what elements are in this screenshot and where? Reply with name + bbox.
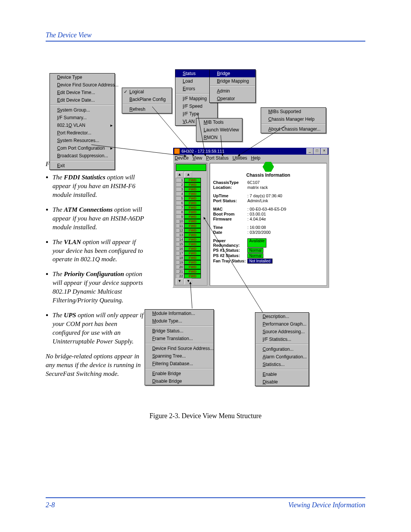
port-row[interactable]: 5FWD (176, 196, 206, 201)
menu-item[interactable]: Disable Bridge (145, 377, 213, 385)
menu-item[interactable]: Configuration... (255, 345, 309, 353)
port-row[interactable]: 7FWD (176, 205, 206, 210)
header-title: The Device View (46, 31, 365, 41)
menubar-item[interactable]: View (193, 155, 202, 161)
chassis-hex-icon (263, 162, 274, 172)
menu-item[interactable]: Description... (255, 313, 309, 320)
menu-item[interactable]: Enable (255, 371, 309, 378)
menu-item[interactable]: Performance Graph... (255, 320, 309, 328)
menu-item[interactable]: I/F Statistics... (255, 335, 309, 343)
menu-item[interactable]: Frame Translation... (145, 335, 213, 342)
menu-item[interactable]: Edit Device Date... (50, 96, 115, 104)
menu-item[interactable]: Bridge Mapping (210, 77, 255, 85)
port-context-menu[interactable]: Description...Performance Graph...Source… (255, 312, 309, 386)
port-row[interactable]: 9FWD (176, 214, 206, 219)
utilities-menu[interactable]: MIB ToolsLaunch WebViewRMON (196, 118, 242, 142)
port-row[interactable]: 21FWD (176, 269, 206, 274)
port-row[interactable]: 10FWD (176, 219, 206, 224)
port-row[interactable]: 4FWD (176, 192, 206, 196)
device-menu[interactable]: Device TypeDevice Find Source Address...… (49, 73, 115, 170)
help-menu[interactable]: MIBs SupportedChassis Manager HelpAbout … (261, 107, 326, 133)
port-row[interactable]: 16FWD (176, 246, 206, 251)
port-row[interactable]: 18FWD (176, 256, 206, 260)
menubar-item[interactable]: Device (175, 155, 189, 161)
menu-item[interactable]: Exit (50, 162, 115, 169)
menu-item[interactable]: Chassis Manager Help (261, 115, 326, 123)
chassis-info-panel: Chassis Information ChassisType6C107Loca… (210, 163, 327, 286)
menu-item[interactable]: Module Type... (145, 317, 213, 325)
menu-item[interactable]: Com Port Configuration▸ (50, 144, 115, 152)
port-row[interactable]: 14FWD (176, 237, 206, 242)
menu-item[interactable]: Spanning Tree... (145, 352, 213, 360)
menu-item[interactable]: MIBs Supported (261, 108, 326, 115)
scroll-up-big-icon[interactable]: ▲ (185, 172, 192, 178)
port-row[interactable]: 6FWD (176, 201, 206, 205)
menu-item[interactable]: I/F Speed (175, 102, 217, 110)
port-row[interactable]: 22FWD (176, 274, 206, 278)
chassis-manager-window: 6H302 - 172.19.59.111 _ □ × DeviceViewPo… (172, 147, 329, 288)
port-column[interactable]: ▲ ▲ 1FWD2FWD3FWD4FWD5FWD6FWD7FWD8FWD9FWD… (175, 163, 207, 286)
menu-item[interactable]: Module Information... (145, 310, 213, 317)
menu-item[interactable]: Statistics... (255, 361, 309, 368)
port-row[interactable]: 17FWD (176, 251, 206, 256)
menu-item[interactable]: System Group... (50, 106, 115, 114)
port-row[interactable]: 1FWD (176, 178, 206, 182)
figure-caption: Figure 2-3. Device View Menu Structure (0, 412, 411, 420)
port-row[interactable]: 11FWD (176, 224, 206, 228)
menu-item[interactable]: Launch WebView (196, 126, 242, 134)
menu-item[interactable]: Alarm Configuration... (255, 353, 309, 361)
device-menu-notes: For the Device menu: The FDDI Statistics… (46, 160, 145, 379)
notes-list: The FDDI Statistics option will appear i… (46, 173, 145, 346)
menu-item[interactable]: Disable (255, 378, 309, 386)
port-row[interactable]: 2FWD (176, 182, 206, 187)
port-row[interactable]: 20FWD (176, 265, 206, 269)
menu-item[interactable]: I/F Type (175, 110, 217, 118)
menubar-item[interactable]: Help (251, 155, 261, 161)
menu-item[interactable]: Source Addressing... (255, 328, 309, 335)
menu-item[interactable]: MIB Tools (196, 118, 242, 126)
page-header: The Device View (46, 31, 365, 42)
menubar[interactable]: DeviceViewPort StatusUtilitiesHelp (173, 155, 328, 161)
menu-item[interactable]: Port Redirector... (50, 129, 115, 137)
module-strip[interactable] (176, 164, 206, 171)
menu-item[interactable]: About Chassis Manager... (261, 125, 326, 133)
menu-item[interactable]: Logical✓ (122, 88, 172, 96)
close-button[interactable]: × (321, 148, 328, 154)
menu-item[interactable]: RMON (196, 134, 242, 141)
menu-item[interactable]: Admin (210, 87, 255, 95)
scroll-down-big-icon[interactable]: ▼ (185, 278, 192, 284)
menu-item[interactable]: Refresh (122, 105, 172, 113)
menu-item[interactable]: Device Find Source Address... (50, 81, 115, 89)
module-context-menu[interactable]: Module Information...Module Type...Bridg… (145, 309, 214, 385)
port-row[interactable]: 13FWD (176, 233, 206, 237)
menubar-item[interactable]: Utilities (233, 155, 247, 161)
minimize-button[interactable]: _ (306, 148, 313, 154)
port-row[interactable]: 19FWD (176, 260, 206, 265)
ps1-badge: Normal (247, 248, 263, 253)
menu-item[interactable]: Bridge Status... (145, 327, 213, 335)
scroll-down-icon[interactable]: ▼ (176, 278, 183, 284)
view-menu[interactable]: Logical✓BackPlane ConfigRefresh (122, 88, 172, 113)
menu-item[interactable]: Edit Device Time... (50, 89, 115, 96)
menu-item[interactable]: BackPlane Config (122, 96, 172, 103)
port-row[interactable]: 3FWD (176, 187, 206, 192)
menu-item[interactable]: Device Type (50, 73, 115, 81)
menu-item[interactable]: Operator (210, 95, 255, 102)
window-title: 6H302 - 172.19.59.111 (182, 149, 225, 153)
menu-item[interactable]: Enable Bridge (145, 370, 213, 377)
maximize-button[interactable]: □ (314, 148, 320, 154)
menu-item[interactable]: I/F Summary... (50, 114, 115, 121)
menubar-item[interactable]: Port Status (206, 155, 229, 161)
port-row[interactable]: 8FWD (176, 210, 206, 214)
menu-item[interactable]: Filtering Database... (145, 360, 213, 367)
menu-item[interactable]: Device Find Source Address... (145, 345, 213, 352)
menu-item[interactable]: Bridge (210, 70, 255, 77)
menu-item[interactable]: System Resources... (50, 137, 115, 144)
menu-item[interactable]: Broadcast Suppression... (50, 152, 115, 160)
port-row[interactable]: 15FWD (176, 242, 206, 246)
port-row[interactable]: 12FWD (176, 228, 206, 233)
scroll-up-icon[interactable]: ▲ (176, 172, 183, 178)
titlebar[interactable]: 6H302 - 172.19.59.111 _ □ × (173, 148, 328, 155)
menu-item[interactable]: 802.1Q VLAN▸ (50, 121, 115, 129)
bridge-submenu[interactable]: BridgeBridge MappingAdminOperator (209, 69, 256, 103)
